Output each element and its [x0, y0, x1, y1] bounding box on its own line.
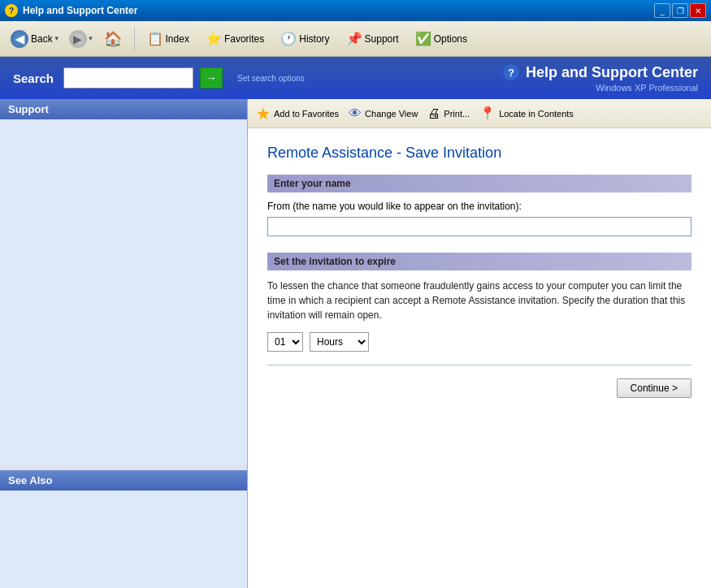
continue-button[interactable]: Continue > — [617, 378, 691, 398]
help-center-branding: ? Help and Support Center Windows XP Pro… — [311, 64, 698, 93]
locate-in-contents-button[interactable]: 📍 Locate in Contents — [479, 106, 574, 121]
back-label: Back — [31, 33, 53, 45]
search-label: Search — [13, 71, 54, 85]
sidebar-see-also-header: See Also — [0, 470, 247, 491]
search-bar: Search → Set search options ? Help and S… — [0, 57, 711, 99]
change-view-label: Change View — [365, 109, 418, 119]
history-label: History — [299, 33, 329, 45]
back-arrow-icon: ◀ — [11, 30, 28, 48]
name-input[interactable] — [267, 217, 691, 236]
content-body: Remote Assistance - Save Invitation Ente… — [248, 128, 711, 588]
forward-dropdown-icon: ▼ — [88, 35, 94, 42]
toolbar-separator-1 — [134, 27, 135, 51]
toolbar: ◀ Back ▼ ▶ ▼ 🏠 📋 Index ⭐ Favorites 🕐 His… — [0, 21, 711, 57]
set-search-options-link[interactable]: Set search options — [237, 74, 305, 83]
title-bar-text: Help and Support Center — [23, 5, 649, 16]
help-center-subtitle: Windows XP Professional — [596, 83, 698, 93]
print-label: Print... — [444, 109, 470, 119]
unit-select[interactable]: Minutes Hours Days — [310, 332, 369, 352]
options-label: Options — [434, 33, 467, 45]
minimize-button[interactable]: _ — [654, 3, 670, 18]
back-dropdown-icon: ▼ — [54, 35, 60, 42]
support-label: Support — [365, 33, 399, 45]
search-input[interactable] — [63, 67, 193, 89]
app-icon: ? — [5, 4, 18, 17]
star-icon: ★ — [256, 104, 271, 123]
close-button[interactable]: ✕ — [690, 3, 706, 18]
forward-button[interactable]: ▶ — [69, 30, 87, 48]
favorites-button[interactable]: ⭐ Favorites — [199, 27, 271, 50]
support-button[interactable]: 📌 Support — [340, 27, 405, 50]
index-label: Index — [166, 33, 189, 45]
sidebar-see-also-content — [0, 491, 247, 588]
expire-description: To lessen the chance that someone fraudu… — [267, 279, 691, 322]
home-button[interactable]: 🏠 — [98, 26, 128, 52]
change-view-button[interactable]: 👁 Change View — [349, 106, 418, 121]
back-button[interactable]: ◀ Back ▼ — [7, 26, 64, 52]
help-center-title: Help and Support Center — [526, 64, 698, 81]
index-button[interactable]: 📋 Index — [141, 27, 196, 50]
main-layout: Support See Also ★ Add to Favorites 👁 Ch… — [0, 99, 711, 588]
help-center-icon: ? — [503, 64, 519, 80]
divider — [267, 365, 691, 365]
change-view-icon: 👁 — [349, 106, 362, 121]
sidebar-support-header: Support — [0, 99, 247, 119]
continue-button-wrap: Continue > — [267, 378, 691, 398]
print-icon: 🖨 — [427, 106, 440, 121]
restore-button[interactable]: ❐ — [672, 3, 688, 18]
section1-header: Enter your name — [267, 175, 691, 192]
add-favorites-label: Add to Favorites — [274, 109, 339, 119]
locate-label: Locate in Contents — [499, 109, 574, 119]
search-go-button[interactable]: → — [200, 67, 223, 89]
content-area: ★ Add to Favorites 👁 Change View 🖨 Print… — [248, 99, 711, 588]
add-to-favorites-button[interactable]: ★ Add to Favorites — [256, 104, 339, 123]
options-button[interactable]: ✅ Options — [409, 27, 474, 50]
print-button[interactable]: 🖨 Print... — [427, 106, 470, 121]
section2-header: Set the invitation to expire — [267, 253, 691, 270]
sidebar: Support See Also — [0, 99, 248, 588]
content-toolbar: ★ Add to Favorites 👁 Change View 🖨 Print… — [248, 99, 711, 128]
title-bar-buttons: _ ❐ ✕ — [654, 3, 706, 18]
title-bar: ? Help and Support Center _ ❐ ✕ — [0, 0, 711, 21]
sidebar-support-content — [0, 119, 247, 464]
locate-icon: 📍 — [479, 106, 496, 121]
favorites-label: Favorites — [224, 33, 264, 45]
expire-controls: 01 02 03 04 05 06 12 Minutes Hours Days — [267, 332, 691, 352]
page-title: Remote Assistance - Save Invitation — [267, 145, 691, 162]
from-label: From (the name you would like to appear … — [267, 201, 691, 212]
duration-select[interactable]: 01 02 03 04 05 06 12 — [267, 332, 303, 352]
history-button[interactable]: 🕐 History — [274, 27, 336, 50]
